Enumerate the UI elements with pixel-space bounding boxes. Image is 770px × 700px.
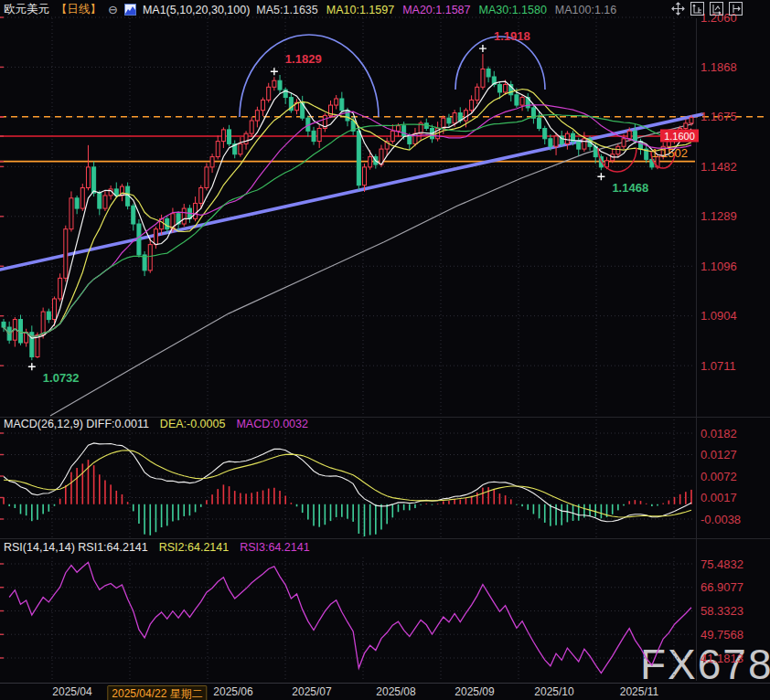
rsi-panel: 75.483266.907758.332349.756841.1813 [0,557,743,673]
chart-header: 欧元美元【日线】 ⊖ MA1(5,10,20,30,100) MA5:1.163… [4,2,625,17]
macd-indicator-header: MACD(26,12,9) DIFF:0.0011DEA:-0.0005MACD… [4,418,319,430]
svg-text:1.1868: 1.1868 [700,60,737,74]
shift-chart-icon[interactable] [729,2,743,16]
svg-text:75.4832: 75.4832 [700,557,743,571]
svg-text:41.1813: 41.1813 [700,652,743,665]
rsi-line [9,562,691,673]
ma-value-label: MA30:1.1580 [479,4,547,16]
svg-text:1.1289: 1.1289 [700,209,737,223]
svg-text:1.0711: 1.0711 [700,359,736,373]
auto-fit-icon[interactable] [710,2,723,16]
svg-text:1.0904: 1.0904 [700,309,737,323]
x-axis-label: 2025/11 [620,685,659,698]
ma-value-label: MA5:1.1635 [256,4,317,16]
y-axis-scale-icon[interactable] [690,2,704,16]
macd-value-label: MACD(26,12,9) DIFF:0.0011 [4,418,149,430]
x-axis-label: 2025/06 [213,685,252,698]
pan-cross-icon[interactable] [671,2,685,16]
swing-marker-icon [479,45,487,52]
candlestick-series [2,54,693,360]
macd-value-label: MACD:0.0032 [236,418,308,430]
ma-value-label: MA100:1.16 [555,4,616,16]
chart-toolbar [671,2,743,16]
x-axis-label: 2025/10 [534,685,573,698]
rsi-indicator-header: RSI(14,14,14) RSI1:64.2141RSI2:64.2141RS… [4,541,321,554]
ma30-line [4,115,691,337]
swing-marker-icon [597,173,604,180]
x-axis-label: 2025/04 [52,685,91,698]
ma-values: MA5:1.1635MA10:1.1597MA20:1.1587MA30:1.1… [256,4,625,16]
collapse-indicator-icon[interactable]: ⊖ [108,4,118,16]
swing-marker-icon [271,68,278,75]
svg-text:1.1502: 1.1502 [651,146,688,160]
chart-canvas[interactable]: 1.07321.18291.19181.14681.16001.15021.20… [0,0,770,700]
x-axis-strip: 2025/042025/04/22 星期二2025/062025/072025/… [0,683,770,700]
ma-settings-label: MA1(5,10,20,30,100) [143,4,250,16]
svg-text:1.1468: 1.1468 [612,181,648,195]
x-axis-label: 2025/07 [292,685,331,698]
svg-text:1.0732: 1.0732 [43,371,80,385]
svg-text:58.3323: 58.3323 [700,604,743,618]
svg-text:66.9077: 66.9077 [700,580,743,594]
blue-arc-annotation [240,35,379,117]
mini-chart-icon [124,4,136,16]
trading-chart-window: { "header": { "symbol": "欧元美元", "period"… [0,0,770,700]
ma-value-label: MA10:1.1597 [326,4,394,16]
macd-panel: 0.01820.01270.00720.0017-0.0038 [0,427,741,537]
svg-text:0.0072: 0.0072 [700,470,737,483]
svg-text:-0.0038: -0.0038 [700,513,741,526]
svg-text:0.0182: 0.0182 [700,427,737,440]
svg-text:1.1482: 1.1482 [700,160,737,174]
svg-text:1.1096: 1.1096 [700,260,737,273]
x-axis-label: 2025/09 [455,685,494,698]
svg-text:0.0017: 0.0017 [700,491,737,504]
svg-text:1.1918: 1.1918 [494,29,530,43]
rsi-value-label: RSI3:64.2141 [240,541,309,554]
svg-text:1.1600: 1.1600 [664,131,695,142]
swing-annotations: 1.07321.18291.19181.1468 [28,29,648,385]
rsi-value-label: RSI(14,14,14) RSI1:64.2141 [4,541,148,554]
svg-text:49.7568: 49.7568 [700,628,743,642]
svg-text:0.0127: 0.0127 [700,448,737,461]
macd-value-label: DEA:-0.0005 [160,418,226,430]
swing-marker-icon [28,363,36,370]
symbol-title: 欧元美元 [4,2,49,17]
svg-text:1.1829: 1.1829 [285,52,322,66]
x-axis-selected-date: 2025/04/22 星期二 [107,685,207,700]
rsi-value-label: RSI2:64.2141 [159,541,229,554]
x-axis-label: 2025/08 [376,685,415,698]
svg-text:1.1675: 1.1675 [700,110,737,123]
ma-value-label: MA20:1.1587 [402,4,470,16]
timeframe-label: 【日线】 [56,2,102,17]
